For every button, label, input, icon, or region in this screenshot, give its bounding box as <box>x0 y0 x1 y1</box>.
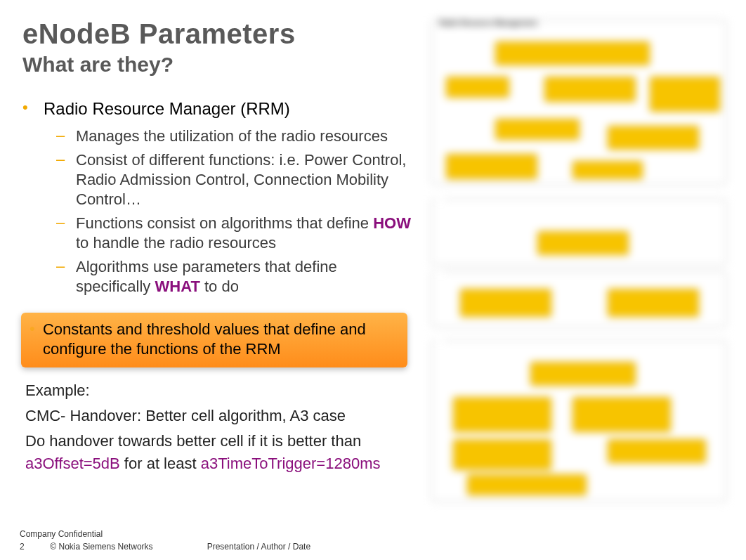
slide-heading: eNodeB Parameters What are they? <box>22 18 296 77</box>
footer-row: 2 © Nokia Siemens Networks Presentation … <box>20 542 310 552</box>
bullet-sub-text: Manages the utilization of the radio res… <box>76 126 416 146</box>
bullet-sub-text: Functions consist on algorithms that def… <box>76 214 416 253</box>
dash-icon: – <box>56 126 76 146</box>
bullet-main-text: Radio Resource Manager (RRM) <box>44 98 290 119</box>
page-number: 2 <box>20 542 48 552</box>
slide: eNodeB Parameters What are they? • Radio… <box>0 0 746 560</box>
highlight-box: • Constants and threshold values that de… <box>21 313 407 367</box>
emphasis-what: WHAT <box>155 278 199 295</box>
bullet-sub-text: Algorithms use parameters that define sp… <box>76 257 416 297</box>
text-part: to do <box>200 278 239 295</box>
bullet-icon: • <box>30 320 43 359</box>
slide-subtitle: What are they? <box>22 53 296 77</box>
bullet-sub: – Algorithms use parameters that define … <box>56 257 416 297</box>
slide-footer: Company Confidential 2 © Nokia Siemens N… <box>20 529 310 552</box>
emphasis-how: HOW <box>373 214 411 232</box>
bullet-main: • Radio Resource Manager (RRM) <box>22 98 416 119</box>
text-part: Do handover towards better cell if it is… <box>25 432 361 450</box>
diagram-blurred: Radio Resource Management <box>431 20 733 504</box>
dash-icon: – <box>56 150 76 209</box>
footer-confidential: Company Confidential <box>20 529 310 539</box>
example-label: Example: <box>25 379 405 402</box>
bullet-sub-text: Consist of different functions: i.e. Pow… <box>76 150 416 209</box>
example-block: Example: CMC- Handover: Better cell algo… <box>25 379 405 478</box>
text-part: to handle the radio resources <box>76 234 276 252</box>
text-part: Functions consist on algorithms that def… <box>76 214 373 232</box>
example-line-1: CMC- Handover: Better cell algorithm, A3… <box>25 405 405 427</box>
param-a3offset: a3Offset=5dB <box>25 455 120 472</box>
example-line-2: Do handover towards better cell if it is… <box>25 430 405 475</box>
highlight-text: Constants and threshold values that defi… <box>43 320 399 359</box>
slide-body: • Radio Resource Manager (RRM) – Manages… <box>22 98 416 301</box>
bullet-sub: – Functions consist on algorithms that d… <box>56 214 416 253</box>
footer-meta: Presentation / Author / Date <box>207 542 310 552</box>
bullet-sub: – Consist of different functions: i.e. P… <box>56 150 416 209</box>
param-a3timetotrigger: a3TimeToTrigger=1280ms <box>201 455 381 472</box>
bullet-icon: • <box>22 98 44 119</box>
dash-icon: – <box>56 214 76 253</box>
text-part: for at least <box>120 455 201 472</box>
slide-title: eNodeB Parameters <box>22 18 296 50</box>
bullet-sub: – Manages the utilization of the radio r… <box>56 126 416 146</box>
dash-icon: – <box>56 257 76 297</box>
footer-copyright: © Nokia Siemens Networks <box>50 542 204 552</box>
